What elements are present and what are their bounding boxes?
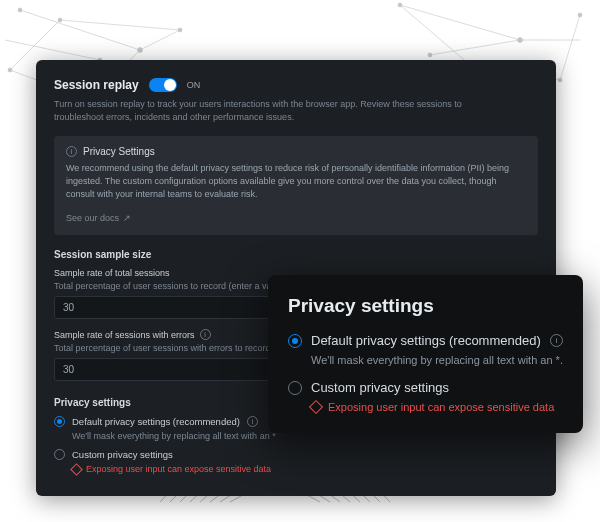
svg-line-0: [20, 10, 140, 50]
radio-selected-icon: [54, 416, 65, 427]
radio-unselected-icon: [54, 449, 65, 460]
privacy-custom-radio[interactable]: Custom privacy settings: [54, 449, 538, 460]
svg-point-28: [428, 53, 432, 57]
callout-title: Privacy Settings: [83, 146, 155, 157]
svg-point-25: [578, 13, 582, 17]
zoom-default-radio[interactable]: Default privacy settings (recommended): [288, 333, 563, 348]
svg-point-13: [178, 28, 182, 32]
info-icon: [66, 146, 77, 157]
docs-link[interactable]: See our docs ↗: [66, 213, 131, 223]
svg-point-8: [18, 8, 22, 12]
privacy-warning: Exposing user input can expose sensitive…: [72, 464, 538, 474]
session-replay-toggle[interactable]: [149, 78, 177, 92]
svg-point-23: [398, 3, 402, 7]
info-icon[interactable]: [247, 416, 258, 427]
zoom-default-help: We'll mask everything by replacing all t…: [311, 354, 563, 366]
warning-icon: [309, 400, 323, 414]
svg-line-5: [140, 30, 180, 50]
svg-point-26: [558, 78, 562, 82]
privacy-custom-label: Custom privacy settings: [72, 449, 173, 460]
toggle-state-label: ON: [187, 80, 201, 90]
callout-body: We recommend using the default privacy s…: [66, 162, 526, 201]
total-sessions-label: Sample rate of total sessions: [54, 268, 170, 278]
sample-size-heading: Session sample size: [54, 249, 538, 260]
svg-line-4: [60, 20, 180, 30]
svg-point-24: [518, 38, 523, 43]
privacy-default-label: Default privacy settings (recommended): [72, 416, 240, 427]
info-icon[interactable]: [200, 329, 211, 340]
svg-point-12: [58, 18, 62, 22]
panel-title: Session replay: [54, 78, 139, 92]
privacy-zoom-card: Privacy settings Default privacy setting…: [268, 275, 583, 433]
svg-line-17: [400, 5, 520, 40]
external-link-icon: ↗: [123, 213, 131, 223]
zoom-custom-label: Custom privacy settings: [311, 380, 449, 395]
svg-point-11: [8, 68, 12, 72]
info-icon[interactable]: [550, 334, 563, 347]
svg-line-7: [5, 40, 100, 60]
radio-unselected-icon: [288, 381, 302, 395]
svg-line-19: [560, 15, 580, 80]
zoom-title: Privacy settings: [288, 295, 563, 317]
panel-description: Turn on session replay to track your use…: [54, 98, 494, 124]
privacy-callout: Privacy Settings We recommend using the …: [54, 136, 538, 235]
zoom-warning: Exposing user input can expose sensitive…: [311, 401, 563, 413]
radio-selected-icon: [288, 334, 302, 348]
svg-point-9: [138, 48, 143, 53]
svg-line-21: [400, 5, 470, 65]
error-sessions-label: Sample rate of sessions with errors: [54, 330, 195, 340]
svg-line-22: [430, 40, 520, 55]
zoom-custom-radio[interactable]: Custom privacy settings: [288, 380, 563, 395]
warning-icon: [70, 463, 83, 476]
zoom-default-label: Default privacy settings (recommended): [311, 333, 541, 348]
